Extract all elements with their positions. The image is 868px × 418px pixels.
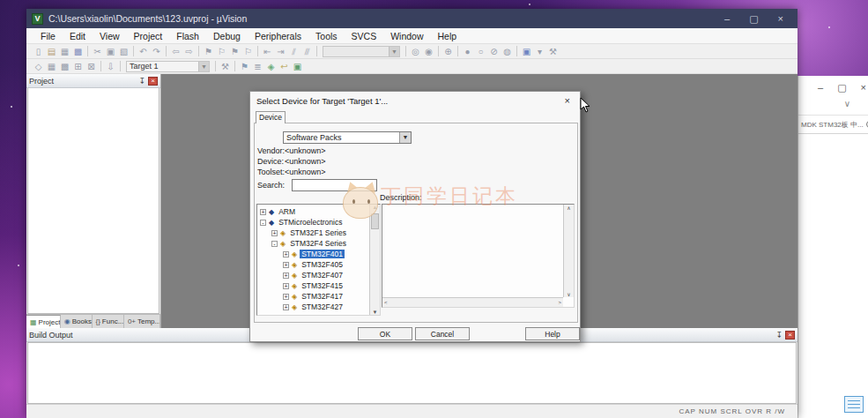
- expand-plus-icon[interactable]: +: [283, 304, 289, 310]
- indent-right-icon[interactable]: ⇥: [274, 45, 287, 58]
- tab-project[interactable]: ▦Project: [26, 315, 61, 328]
- device-tree[interactable]: +◆ARM-◆STMicroelectronics+◈STM32F1 Serie…: [256, 204, 381, 316]
- manage-rte-icon[interactable]: ◈: [264, 60, 278, 73]
- save-all-icon[interactable]: ▩: [71, 45, 85, 58]
- configure-wrench-icon[interactable]: ⚒: [546, 45, 560, 58]
- tree-node-stm32f427[interactable]: +◈STM32F427: [258, 302, 368, 312]
- collapse-minus-icon[interactable]: -: [260, 220, 266, 226]
- menu-edit[interactable]: Edit: [63, 31, 93, 41]
- scrollbar-thumb[interactable]: [371, 213, 379, 229]
- bookmark-toggle-icon[interactable]: ⚑: [202, 45, 215, 58]
- menu-project[interactable]: Project: [127, 31, 170, 41]
- description-box[interactable]: ∧ ∨ < >: [382, 204, 575, 308]
- chevron-down-icon[interactable]: ▼: [198, 62, 209, 71]
- chevron-down-icon[interactable]: ∨: [844, 99, 850, 108]
- open-folder-icon[interactable]: ▤: [45, 45, 58, 58]
- comment-icon[interactable]: ⫽: [287, 45, 300, 58]
- scroll-down-icon[interactable]: ▼: [373, 310, 378, 315]
- minimize-icon[interactable]: –: [818, 82, 823, 93]
- indent-left-icon[interactable]: ⇤: [261, 45, 274, 58]
- close-icon[interactable]: ×: [861, 82, 866, 93]
- title-bar[interactable]: V C:\Users\xiaolin\Documents\123.uvproj …: [26, 9, 798, 28]
- redo-icon[interactable]: ↷: [150, 45, 163, 58]
- expand-plus-icon[interactable]: +: [271, 230, 278, 236]
- pin-icon[interactable]: ↧: [775, 331, 783, 340]
- menu-view[interactable]: View: [93, 31, 127, 41]
- pack-selector-dropdown[interactable]: Software Packs ▼: [283, 131, 412, 144]
- menu-window[interactable]: Window: [383, 31, 430, 41]
- tree-node-stm32f1series[interactable]: +◈STM32F1 Series: [258, 228, 368, 238]
- expand-plus-icon[interactable]: +: [283, 294, 289, 300]
- zoom-magnifier-icon[interactable]: ⊕: [441, 45, 455, 58]
- bookmark-prev-icon[interactable]: ⚐: [215, 45, 228, 58]
- batch-build-icon[interactable]: ⊞: [71, 60, 85, 73]
- expand-plus-icon[interactable]: +: [283, 272, 289, 279]
- chevron-down-icon[interactable]: ▼: [399, 132, 411, 143]
- tree-node-stm32f4series[interactable]: -◈STM32F4 Series: [258, 238, 368, 249]
- menu-file[interactable]: File: [33, 31, 63, 41]
- scroll-up-icon[interactable]: ∧: [567, 205, 570, 211]
- search-input[interactable]: [292, 179, 377, 191]
- table-grid-icon[interactable]: [844, 396, 864, 413]
- expand-plus-icon[interactable]: +: [260, 209, 266, 215]
- tab-func[interactable]: {}Func...: [93, 315, 124, 328]
- menu-tools[interactable]: Tools: [308, 31, 345, 41]
- close-icon[interactable]: ×: [148, 77, 158, 86]
- tree-node-stm32f407[interactable]: +◈STM32F407: [258, 270, 368, 280]
- minimize-icon[interactable]: –: [724, 13, 730, 25]
- menu-help[interactable]: Help: [431, 31, 464, 41]
- tree-node-arm[interactable]: +◆ARM: [258, 206, 368, 217]
- build-icon[interactable]: ▦: [45, 60, 58, 73]
- tree-node-stmicroelectronics[interactable]: -◆STMicroelectronics: [258, 217, 368, 228]
- save-icon[interactable]: ▦: [58, 45, 71, 58]
- breakpoint-insert-icon[interactable]: ●: [461, 45, 474, 58]
- bookmark-clear-all-icon[interactable]: ⚐: [241, 45, 255, 58]
- download-load-icon[interactable]: ⇩: [104, 60, 117, 73]
- maximize-icon[interactable]: ▢: [749, 13, 758, 25]
- tab-device[interactable]: Device: [256, 111, 286, 123]
- target-selector[interactable]: Target 1▼: [126, 61, 210, 72]
- ok-button[interactable]: OK: [358, 327, 412, 340]
- translate-file-icon[interactable]: ◇: [32, 60, 45, 73]
- window-layout-icon[interactable]: ▣: [520, 45, 533, 58]
- menu-peripherals[interactable]: Peripherals: [248, 31, 308, 41]
- find-in-project-icon[interactable]: ↩: [278, 60, 291, 73]
- nav-forward-icon[interactable]: ⇨: [182, 45, 196, 58]
- collapse-minus-icon[interactable]: -: [271, 241, 278, 247]
- scroll-right-icon[interactable]: >: [558, 300, 561, 305]
- paste-icon[interactable]: ▧: [117, 45, 130, 58]
- bookmark-next-icon[interactable]: ⚑: [228, 45, 241, 58]
- tab-books[interactable]: ◉Books: [61, 315, 93, 328]
- nav-back-icon[interactable]: ⇦: [169, 45, 182, 58]
- options-for-target-icon[interactable]: ⚒: [219, 60, 232, 73]
- copy-icon[interactable]: ▣: [104, 45, 117, 58]
- books-environment-icon[interactable]: ≣: [251, 60, 264, 73]
- build-output-content[interactable]: [27, 342, 797, 404]
- tab-temp[interactable]: 0+Temp...: [124, 315, 160, 328]
- toolbar-search-combobox[interactable]: ▼: [323, 46, 400, 57]
- chevron-down-icon[interactable]: ▼: [389, 47, 399, 56]
- expand-plus-icon[interactable]: +: [283, 262, 289, 268]
- expand-plus-icon[interactable]: +: [283, 283, 289, 289]
- menu-debug[interactable]: Debug: [206, 31, 248, 41]
- pin-icon[interactable]: ↧: [138, 77, 145, 86]
- uncomment-icon[interactable]: ⫻: [300, 45, 314, 58]
- breakpoint-enable-icon[interactable]: ○: [474, 45, 487, 58]
- background-window[interactable]: – ▢ × ∨ MDK STM32板 中...: [798, 76, 868, 418]
- close-icon[interactable]: ×: [785, 331, 795, 340]
- find-in-files-icon[interactable]: ◎: [409, 45, 422, 58]
- menu-flash[interactable]: Flash: [169, 31, 206, 41]
- rebuild-all-icon[interactable]: ▩: [58, 60, 71, 73]
- description-vertical-scrollbar[interactable]: ∧ ∨: [563, 205, 574, 297]
- dialog-title-bar[interactable]: Select Device for Target 'Target 1'... ×: [250, 92, 580, 109]
- scroll-down-icon[interactable]: ∨: [567, 291, 570, 297]
- stop-build-icon[interactable]: ⊠: [85, 60, 98, 73]
- expand-plus-icon[interactable]: +: [283, 251, 289, 258]
- tree-node-stm32f417[interactable]: +◈STM32F417: [258, 291, 368, 302]
- tree-vertical-scrollbar[interactable]: ▲ ▼: [369, 205, 380, 315]
- maximize-icon[interactable]: ▢: [837, 82, 846, 93]
- help-button[interactable]: Help: [525, 327, 580, 340]
- scroll-up-icon[interactable]: ▲: [373, 205, 378, 210]
- pack-installer-icon[interactable]: ▣: [291, 60, 304, 73]
- scroll-left-icon[interactable]: <: [384, 300, 388, 305]
